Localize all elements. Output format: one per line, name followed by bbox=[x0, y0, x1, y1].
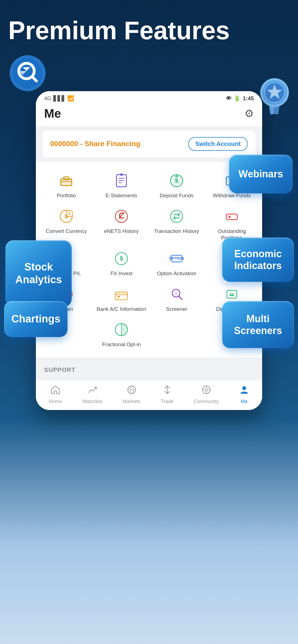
nav-watchlist[interactable]: Watchlist bbox=[83, 385, 102, 404]
home-icon bbox=[50, 385, 60, 397]
me-icon bbox=[239, 385, 249, 397]
bank-label: Bank A/C Information bbox=[97, 306, 146, 313]
menu-item-option[interactable]: OPTION Option Activation bbox=[149, 245, 204, 281]
bubble-economic-indicators: Economic Indicators bbox=[222, 238, 294, 282]
nav-me[interactable]: Me bbox=[239, 385, 249, 404]
watchlist-icon bbox=[87, 385, 97, 397]
community-icon bbox=[201, 385, 211, 397]
fx-label: FX Invest bbox=[110, 270, 132, 277]
digital-icon bbox=[222, 285, 241, 304]
status-bar: 4G ▋▋▋ 📶 👁 🔋 1:45 bbox=[36, 91, 262, 104]
fractional-label: Fractional Opt-in bbox=[102, 341, 141, 348]
svg-rect-43 bbox=[115, 292, 127, 295]
switch-account-button[interactable]: Switch Account bbox=[188, 137, 248, 151]
svg-point-63 bbox=[242, 386, 246, 390]
svg-text:OPTION: OPTION bbox=[169, 256, 184, 261]
bubble-webinars: Webinars bbox=[229, 155, 292, 193]
trade-label: Trade bbox=[161, 399, 173, 404]
me-label: Me bbox=[241, 399, 248, 404]
network-label: 4G bbox=[44, 95, 52, 102]
menu-item-screener[interactable]: Screener bbox=[149, 281, 204, 317]
markets-label: Markets bbox=[123, 399, 140, 404]
app-logo-icon bbox=[8, 54, 47, 93]
signal-indicators: 4G ▋▋▋ 📶 bbox=[44, 95, 74, 102]
transaction-label: Transaction History bbox=[154, 228, 199, 235]
svg-rect-49 bbox=[227, 290, 237, 298]
deposit-icon: $ bbox=[167, 171, 186, 190]
option-icon: OPTION bbox=[167, 249, 186, 268]
svg-rect-18 bbox=[120, 174, 123, 176]
bubble-stock-analytics: Stock Analytics bbox=[6, 240, 72, 307]
trade-icon bbox=[162, 385, 172, 397]
app-header: Me ⚙ bbox=[36, 104, 262, 126]
screen-title: Me bbox=[44, 107, 61, 120]
bottom-navigation: Home Watchlist Markets Trade bbox=[36, 380, 262, 410]
svg-text:€: € bbox=[68, 211, 71, 216]
menu-item-deposit[interactable]: $ Deposit Funds bbox=[149, 167, 204, 203]
svg-point-31 bbox=[171, 210, 183, 222]
community-label: Community bbox=[194, 399, 219, 404]
menu-row-1: Portfolio E-Statements bbox=[39, 167, 259, 203]
convert-label: Convert Currency bbox=[46, 228, 87, 235]
menu-item-bank[interactable]: Bank A/C Information bbox=[94, 281, 149, 317]
menu-item-fractional[interactable]: Fractional Opt-in bbox=[94, 316, 149, 352]
portfolio-icon bbox=[57, 171, 76, 190]
screener-icon bbox=[167, 285, 186, 304]
svg-text:$: $ bbox=[120, 255, 123, 262]
svg-point-34 bbox=[229, 216, 230, 218]
time-display: 1:45 bbox=[243, 95, 254, 102]
svg-text:Ȼ: Ȼ bbox=[118, 212, 124, 220]
account-card: 0000000 - Share Financing Switch Account bbox=[42, 130, 256, 157]
nav-community[interactable]: Community bbox=[194, 385, 219, 404]
menu-item-transaction[interactable]: Transaction History bbox=[149, 203, 204, 245]
nav-trade[interactable]: Trade bbox=[161, 385, 173, 404]
menu-item-convert[interactable]: $ € Convert Currency bbox=[39, 203, 94, 245]
fx-icon: $ bbox=[112, 249, 131, 268]
support-label: SUPPORT bbox=[44, 366, 75, 373]
portfolio-label: Portfolio bbox=[57, 192, 76, 199]
screener-label: Screener bbox=[166, 306, 187, 313]
time-battery: 👁 🔋 1:45 bbox=[226, 95, 254, 102]
svg-rect-44 bbox=[118, 296, 120, 298]
home-label: Home bbox=[49, 399, 62, 404]
bubble-multi-screeners: Multi Screeners bbox=[222, 301, 294, 348]
option-label: Option Activation bbox=[157, 270, 196, 277]
eye-icon: 👁 bbox=[226, 95, 232, 102]
deposit-label: Deposit Funds bbox=[160, 192, 194, 199]
convert-icon: $ € bbox=[57, 207, 76, 226]
bank-icon bbox=[112, 285, 131, 304]
menu-item-fx[interactable]: $ FX Invest bbox=[94, 245, 149, 281]
enets-icon: Ȼ bbox=[112, 207, 131, 226]
svg-rect-50 bbox=[230, 295, 234, 296]
signal-bars: ▋▋▋ bbox=[53, 95, 66, 102]
menu-item-enets[interactable]: Ȼ eNETS History bbox=[94, 203, 149, 245]
menu-item-empty-3 bbox=[149, 316, 204, 352]
enets-label: eNETS History bbox=[104, 228, 139, 235]
svg-point-47 bbox=[174, 291, 178, 295]
transaction-icon bbox=[167, 207, 186, 226]
menu-item-estatements[interactable]: E-Statements bbox=[94, 167, 149, 203]
estatements-label: E-Statements bbox=[105, 192, 137, 199]
bubble-chartings: Chartings bbox=[4, 301, 68, 337]
svg-line-48 bbox=[179, 296, 182, 299]
outstanding-icon bbox=[222, 207, 241, 226]
page-title: Premium Features bbox=[8, 17, 290, 44]
account-number: 0000000 - Share Financing bbox=[50, 139, 140, 149]
wifi-icon: 📶 bbox=[67, 95, 74, 102]
nav-markets[interactable]: Markets bbox=[123, 385, 140, 404]
nav-home[interactable]: Home bbox=[49, 385, 62, 404]
menu-item-portfolio[interactable]: Portfolio bbox=[39, 167, 94, 203]
support-section: SUPPORT bbox=[36, 360, 262, 380]
svg-text:$: $ bbox=[175, 177, 178, 184]
battery-icon: 🔋 bbox=[234, 95, 241, 102]
watchlist-label: Watchlist bbox=[83, 399, 102, 404]
settings-icon[interactable]: ⚙ bbox=[244, 107, 254, 120]
svg-point-58 bbox=[205, 388, 208, 391]
estatements-icon bbox=[112, 171, 131, 190]
markets-icon bbox=[127, 385, 137, 397]
fractional-icon bbox=[112, 320, 131, 339]
